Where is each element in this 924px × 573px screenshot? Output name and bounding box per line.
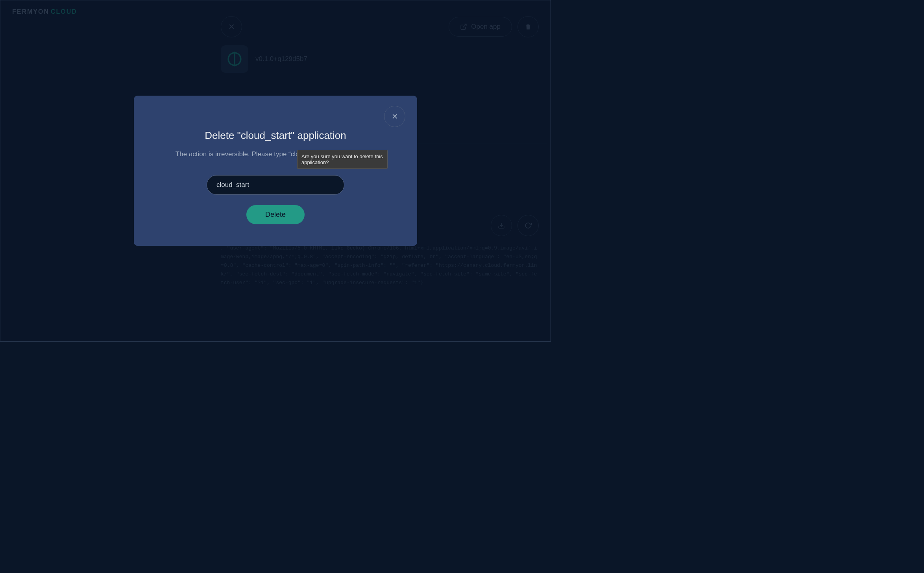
delete-confirmation-modal: ✕ Delete "cloud_start" application The a…	[134, 96, 417, 246]
modal-title: Delete "cloud_start" application	[161, 129, 390, 142]
close-icon: ✕	[392, 112, 398, 121]
confirm-delete-button[interactable]: Delete	[246, 205, 305, 224]
confirmation-input[interactable]	[207, 175, 344, 195]
delete-tooltip: Are you sure you want to delete this app…	[297, 150, 388, 169]
modal-close-button[interactable]: ✕	[384, 106, 405, 127]
